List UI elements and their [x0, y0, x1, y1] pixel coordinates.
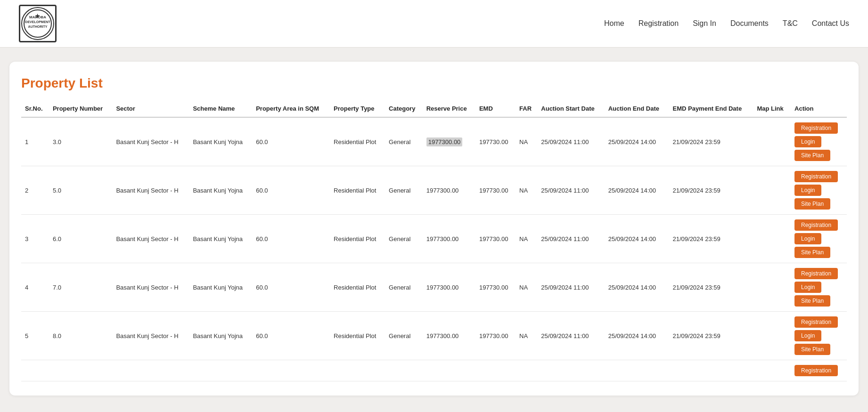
- cell-emd: [475, 360, 516, 381]
- nav-contact[interactable]: Contact Us: [812, 19, 849, 28]
- cell-type: Residential Plot: [330, 312, 385, 360]
- cell-auction-start: 25/09/2024 11:00: [537, 263, 604, 312]
- cell-sector: Basant Kunj Sector - H: [112, 263, 189, 312]
- registration-button[interactable]: Registration: [794, 122, 838, 134]
- cell-property-number: [49, 360, 112, 381]
- col-emd-payment-end: EMD Payment End Date: [669, 100, 753, 117]
- table-wrapper: Sr.No. Property Number Sector Scheme Nam…: [21, 100, 847, 381]
- login-button[interactable]: Login: [794, 185, 821, 196]
- registration-button[interactable]: Registration: [794, 268, 838, 279]
- table-head: Sr.No. Property Number Sector Scheme Nam…: [21, 100, 847, 117]
- svg-point-0: [24, 10, 51, 37]
- cell-auction-start: 25/09/2024 11:00: [537, 117, 604, 166]
- cell-srno: 5: [21, 312, 49, 360]
- cell-action: Registration Login Site Plan: [791, 263, 847, 312]
- registration-button[interactable]: Registration: [794, 171, 838, 182]
- cell-scheme: Basant Kunj Yojna: [189, 166, 252, 215]
- cell-srno: 1: [21, 117, 49, 166]
- registration-button[interactable]: Registration: [794, 365, 838, 376]
- cell-far: NA: [516, 215, 537, 263]
- cell-emd-payment-end: [669, 360, 753, 381]
- cell-far: NA: [516, 166, 537, 215]
- logo-area: MAHOBA DEVELOPMENT AUTHORITY: [19, 5, 57, 42]
- login-button[interactable]: Login: [794, 330, 821, 341]
- login-button[interactable]: Login: [794, 282, 821, 293]
- table-header-row: Sr.No. Property Number Sector Scheme Nam…: [21, 100, 847, 117]
- site-plan-button[interactable]: Site Plan: [794, 295, 830, 307]
- cell-type: [330, 360, 385, 381]
- cell-auction-end: 25/09/2024 14:00: [605, 312, 669, 360]
- site-plan-button[interactable]: Site Plan: [794, 150, 830, 161]
- cell-scheme: [189, 360, 252, 381]
- site-plan-button[interactable]: Site Plan: [794, 344, 830, 355]
- table-row: 4 7.0 Basant Kunj Sector - H Basant Kunj…: [21, 263, 847, 312]
- cell-srno: 3: [21, 215, 49, 263]
- col-area: Property Area in SQM: [252, 100, 330, 117]
- cell-reserve-price: 1977300.00: [423, 166, 475, 215]
- cell-srno: [21, 360, 49, 381]
- cell-area: 60.0: [252, 312, 330, 360]
- cell-emd: 197730.00: [475, 117, 516, 166]
- cell-area: 60.0: [252, 166, 330, 215]
- cell-auction-end: 25/09/2024 14:00: [605, 215, 669, 263]
- svg-text:DEVELOPMENT: DEVELOPMENT: [25, 20, 50, 24]
- cell-area: 60.0: [252, 215, 330, 263]
- cell-map-link: [753, 312, 791, 360]
- cell-emd-payment-end: 21/09/2024 23:59: [669, 312, 753, 360]
- cell-reserve-price: 1977300.00: [423, 215, 475, 263]
- cell-emd: 197730.00: [475, 312, 516, 360]
- col-emd: EMD: [475, 100, 516, 117]
- table-row: Registration: [21, 360, 847, 381]
- cell-property-number: 3.0: [49, 117, 112, 166]
- logo-inner: MAHOBA DEVELOPMENT AUTHORITY: [21, 7, 54, 40]
- cell-map-link: [753, 263, 791, 312]
- col-far: FAR: [516, 100, 537, 117]
- cell-far: NA: [516, 312, 537, 360]
- main-content: Property List Sr.No. Property Number Sec…: [0, 48, 868, 410]
- cell-type: Residential Plot: [330, 263, 385, 312]
- nav-registration[interactable]: Registration: [639, 19, 679, 28]
- login-button[interactable]: Login: [794, 233, 821, 244]
- nav-signin[interactable]: Sign In: [693, 19, 716, 28]
- cell-reserve-price: 1977300.00: [423, 117, 475, 166]
- cell-scheme: Basant Kunj Yojna: [189, 117, 252, 166]
- cell-srno: 4: [21, 263, 49, 312]
- nav-documents[interactable]: Documents: [730, 19, 769, 28]
- cell-category: General: [385, 215, 423, 263]
- login-button[interactable]: Login: [794, 136, 821, 147]
- site-plan-button[interactable]: Site Plan: [794, 198, 830, 210]
- cell-emd-payment-end: 21/09/2024 23:59: [669, 117, 753, 166]
- registration-button[interactable]: Registration: [794, 316, 838, 328]
- cell-srno: 2: [21, 166, 49, 215]
- cell-category: General: [385, 117, 423, 166]
- cell-type: Residential Plot: [330, 117, 385, 166]
- cell-auction-end: 25/09/2024 14:00: [605, 263, 669, 312]
- col-sector: Sector: [112, 100, 189, 117]
- table-row: 5 8.0 Basant Kunj Sector - H Basant Kunj…: [21, 312, 847, 360]
- cell-map-link: [753, 166, 791, 215]
- cell-emd: 197730.00: [475, 215, 516, 263]
- cell-reserve-price: 1977300.00: [423, 263, 475, 312]
- cell-auction-end: [605, 360, 669, 381]
- cell-auction-start: [537, 360, 604, 381]
- svg-text:AUTHORITY: AUTHORITY: [28, 25, 48, 28]
- page-title: Property List: [21, 76, 847, 91]
- cell-category: General: [385, 263, 423, 312]
- main-nav: Home Registration Sign In Documents T&C …: [604, 19, 849, 28]
- cell-auction-end: 25/09/2024 14:00: [605, 166, 669, 215]
- cell-type: Residential Plot: [330, 166, 385, 215]
- cell-category: General: [385, 166, 423, 215]
- cell-sector: Basant Kunj Sector - H: [112, 215, 189, 263]
- nav-home[interactable]: Home: [604, 19, 624, 28]
- col-auction-start: Auction Start Date: [537, 100, 604, 117]
- registration-button[interactable]: Registration: [794, 219, 838, 231]
- cell-area: 60.0: [252, 263, 330, 312]
- table-row: 3 6.0 Basant Kunj Sector - H Basant Kunj…: [21, 215, 847, 263]
- site-plan-button[interactable]: Site Plan: [794, 247, 830, 258]
- cell-sector: Basant Kunj Sector - H: [112, 312, 189, 360]
- property-table: Sr.No. Property Number Sector Scheme Nam…: [21, 100, 847, 381]
- nav-tnc[interactable]: T&C: [783, 19, 798, 28]
- cell-area: [252, 360, 330, 381]
- cell-far: [516, 360, 537, 381]
- col-type: Property Type: [330, 100, 385, 117]
